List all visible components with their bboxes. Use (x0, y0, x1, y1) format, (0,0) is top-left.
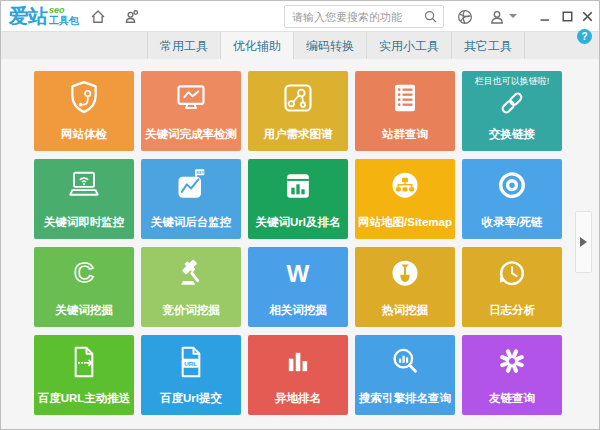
tile-label: 站群查询 (355, 127, 455, 142)
letter-c-icon: C (34, 254, 134, 294)
svg-text:KEY: KEY (196, 171, 204, 175)
tile-segmented-wheel[interactable]: 友链查询 (462, 335, 562, 415)
monitor-trend-icon (141, 78, 241, 118)
tile-label: 关键词挖掘 (34, 303, 134, 318)
tab-optimization-assist[interactable]: 优化辅助 (221, 32, 294, 60)
shield-health-icon (34, 78, 134, 118)
logo-sub-text: 工具包 (49, 15, 79, 26)
tile-label: 交换链接 (462, 127, 562, 142)
minimize-icon[interactable] (537, 8, 554, 25)
close-icon[interactable] (579, 8, 596, 25)
tile-mindmap[interactable]: 用户需求图谱 (248, 71, 348, 151)
tile-search-rank[interactable]: 搜索引擎排名查询 (355, 335, 455, 415)
tile-gavel[interactable]: 竞价词挖掘 (141, 247, 241, 327)
tile-label: 关键词即时监控 (34, 215, 134, 230)
tile-label: 百度Url提交 (141, 391, 241, 406)
tile-label: 异地排名 (248, 391, 348, 406)
search-input[interactable] (292, 6, 420, 27)
main-content: 网站体检关键词完成率检测用户需求图谱站群查询栏目也可以换链啦!交换链接关键词即时… (1, 59, 599, 430)
globe-icon[interactable] (456, 8, 474, 26)
tile-sitemap-circle[interactable]: 网站地图/Sitemap (355, 159, 455, 239)
maximize-icon[interactable] (559, 8, 576, 25)
tile-label: 网站体检 (34, 127, 134, 142)
tile-label: 百度URL主动推送 (34, 391, 134, 406)
tile-doc-push[interactable]: 百度URL主动推送 (34, 335, 134, 415)
sitemap-circle-icon (355, 166, 455, 206)
target-circles-icon (462, 166, 562, 206)
tile-label: 竞价词挖掘 (141, 303, 241, 318)
logo-main-text: 爱站 (9, 4, 47, 28)
chevron-right-icon (580, 237, 587, 247)
home-icon[interactable] (89, 8, 107, 26)
tile-label: 关键词Url及排名 (248, 215, 348, 230)
tab-other-tools[interactable]: 其它工具 (452, 32, 525, 60)
tab-bar: 常用工具 优化辅助 编码转换 实用小工具 其它工具 ? (1, 31, 599, 59)
search-rank-icon (355, 342, 455, 382)
contacts-icon[interactable] (123, 8, 141, 26)
tile-label: 关键词后台监控 (141, 215, 241, 230)
tab-utilities[interactable]: 实用小工具 (367, 32, 452, 60)
tile-history-clock[interactable]: 日志分析 (462, 247, 562, 327)
letter-w-icon: W (248, 254, 348, 294)
tile-doc-url[interactable]: URL百度Url提交 (141, 335, 241, 415)
shovel-circle-icon (355, 254, 455, 294)
bars-icon (248, 342, 348, 382)
chart-flag-icon: KEY (141, 166, 241, 206)
tile-label: 友链查询 (462, 391, 562, 406)
search-icon[interactable] (423, 9, 438, 24)
app-logo: 爱站 seo 工具包 (9, 4, 79, 28)
tile-label: 日志分析 (462, 303, 562, 318)
title-bar: 爱站 seo 工具包 (1, 1, 599, 31)
mindmap-icon (248, 78, 348, 118)
bar-chart-card-icon (248, 166, 348, 206)
tile-letter-w[interactable]: W相关词挖掘 (248, 247, 348, 327)
next-page-button[interactable] (575, 211, 592, 273)
svg-text:C: C (74, 257, 94, 288)
tile-label: 相关词挖掘 (248, 303, 348, 318)
tile-label: 搜索引擎排名查询 (355, 391, 455, 406)
tile-bar-chart-card[interactable]: 关键词Url及排名 (248, 159, 348, 239)
gavel-icon (141, 254, 241, 294)
laptop-wifi-icon (34, 166, 134, 206)
svg-text:URL: URL (184, 360, 197, 367)
tile-label: 用户需求图谱 (248, 127, 348, 142)
tile-shield-health[interactable]: 网站体检 (34, 71, 134, 151)
doc-push-icon (34, 342, 134, 382)
tile-target-circles[interactable]: 收录率/死链 (462, 159, 562, 239)
caret-down-icon[interactable] (509, 14, 517, 18)
history-clock-icon (462, 254, 562, 294)
tile-label: 收录率/死链 (462, 215, 562, 230)
site-list-icon (355, 78, 455, 118)
tab-common-tools[interactable]: 常用工具 (147, 32, 221, 60)
doc-url-icon: URL (141, 342, 241, 382)
tile-bars[interactable]: 异地排名 (248, 335, 348, 415)
tile-label: 热词挖掘 (355, 303, 455, 318)
function-search (284, 5, 444, 28)
help-icon[interactable]: ? (577, 29, 592, 44)
tile-site-list[interactable]: 站群查询 (355, 71, 455, 151)
tile-chart-flag[interactable]: KEY关键词后台监控 (141, 159, 241, 239)
app-window: 爱站 seo 工具包 (0, 0, 600, 430)
tile-monitor-trend[interactable]: 关键词完成率检测 (141, 71, 241, 151)
segmented-wheel-icon (462, 342, 562, 382)
tile-laptop-wifi[interactable]: 关键词即时监控 (34, 159, 134, 239)
user-icon[interactable] (488, 8, 506, 26)
tile-letter-c[interactable]: C关键词挖掘 (34, 247, 134, 327)
tile-shovel-circle[interactable]: 热词挖掘 (355, 247, 455, 327)
link-chain-icon (462, 87, 562, 119)
tile-label: 关键词完成率检测 (141, 127, 241, 142)
tile-link-chain[interactable]: 栏目也可以换链啦!交换链接 (462, 71, 562, 151)
tab-encoding-convert[interactable]: 编码转换 (294, 32, 367, 60)
svg-text:W: W (287, 260, 310, 287)
logo-seo-text: seo (49, 5, 79, 15)
tool-grid: 网站体检关键词完成率检测用户需求图谱站群查询栏目也可以换链啦!交换链接关键词即时… (34, 71, 562, 415)
tile-label: 网站地图/Sitemap (355, 215, 455, 230)
